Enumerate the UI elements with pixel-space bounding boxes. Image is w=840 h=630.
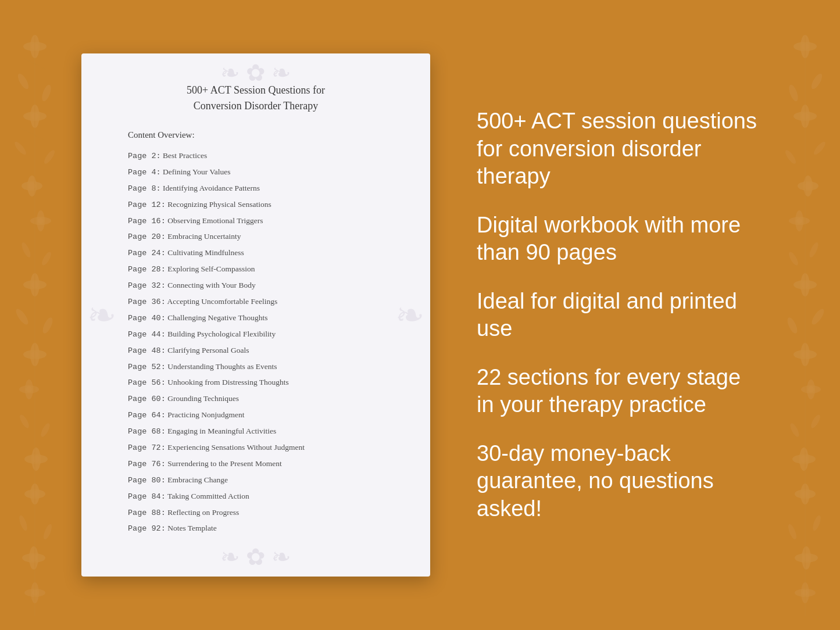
svg-point-52 bbox=[787, 84, 800, 102]
doc-decoration-side-left: ❧ bbox=[87, 295, 116, 336]
document-card: ❧ ✿ ❧ ❧ ✿ ❧ ❧ ❧ 500+ ACT Session Questio… bbox=[81, 53, 430, 577]
table-of-contents: Page 2: Best PracticesPage 4: Defining Y… bbox=[116, 148, 395, 537]
toc-item: Page 20: Embracing Uncertainty bbox=[116, 229, 395, 245]
svg-point-64 bbox=[808, 241, 820, 259]
toc-item: Page 4: Defining Your Values bbox=[116, 164, 395, 181]
svg-point-69 bbox=[810, 307, 826, 326]
toc-item: Page 72: Experiencing Sensations Without… bbox=[116, 440, 395, 456]
svg-line-47 bbox=[20, 128, 44, 139]
toc-item: Page 2: Best Practices bbox=[116, 148, 395, 164]
feature-item: 30-day money-back guarantee, no question… bbox=[477, 440, 759, 523]
svg-point-22 bbox=[41, 316, 55, 335]
toc-item: Page 88: Reflecting on Progress bbox=[116, 505, 395, 521]
svg-point-81 bbox=[800, 456, 807, 463]
svg-point-56 bbox=[812, 140, 827, 156]
svg-point-17 bbox=[40, 250, 53, 267]
toc-item: Page 64: Practicing Nonjudgment bbox=[116, 407, 395, 424]
svg-point-41 bbox=[30, 554, 37, 561]
svg-point-63 bbox=[796, 218, 802, 224]
svg-point-21 bbox=[14, 307, 30, 326]
svg-point-76 bbox=[808, 386, 814, 392]
feature-item: 500+ ACT session questions for conversio… bbox=[477, 108, 759, 191]
toc-item: Page 52: Understanding Thoughts as Event… bbox=[116, 359, 395, 375]
svg-point-33 bbox=[33, 456, 40, 463]
doc-decoration-side-right: ❧ bbox=[395, 295, 424, 336]
svg-point-85 bbox=[812, 514, 823, 532]
svg-point-29 bbox=[18, 413, 31, 429]
feature-item: 22 sections for every stage in your ther… bbox=[477, 364, 759, 419]
toc-item: Page 48: Clarifying Personal Goals bbox=[116, 343, 395, 359]
svg-point-15 bbox=[38, 218, 44, 224]
svg-point-16 bbox=[20, 241, 33, 259]
toc-item: Page 40: Challenging Negative Thoughts bbox=[116, 310, 395, 327]
svg-point-30 bbox=[39, 422, 51, 438]
floral-right-decoration bbox=[770, 0, 840, 630]
svg-point-89 bbox=[803, 554, 810, 561]
toc-item: Page 44: Building Psychological Flexibil… bbox=[116, 327, 395, 343]
toc-item: Page 76: Surrendering to the Present Mom… bbox=[116, 456, 395, 472]
content-overview-label: Content Overview: bbox=[128, 130, 395, 140]
toc-item: Page 32: Connecting with Your Body bbox=[116, 278, 395, 294]
floral-left-decoration bbox=[0, 0, 70, 630]
svg-point-70 bbox=[785, 316, 799, 335]
toc-item: Page 24: Cultivating Mindfulness bbox=[116, 245, 395, 262]
toc-item: Page 84: Taking Committed Action bbox=[116, 489, 395, 505]
toc-item: Page 16: Observing Emotional Triggers bbox=[116, 213, 395, 230]
doc-decoration-bottom: ❧ ✿ ❧ bbox=[169, 543, 343, 571]
svg-point-3 bbox=[16, 72, 30, 91]
svg-point-60 bbox=[805, 182, 812, 189]
svg-point-37 bbox=[18, 514, 29, 532]
feature-item: Digital workbook with more than 90 pages bbox=[477, 212, 759, 267]
svg-point-12 bbox=[28, 182, 35, 189]
toc-item: Page 12: Recognizing Physical Sensations bbox=[116, 197, 395, 213]
toc-item: Page 8: Identifying Avoidance Patterns bbox=[116, 181, 395, 197]
svg-point-77 bbox=[809, 413, 822, 429]
right-panel: 500+ ACT session questions for conversio… bbox=[465, 108, 759, 522]
svg-point-4 bbox=[40, 84, 53, 102]
svg-point-28 bbox=[26, 386, 32, 392]
toc-item: Page 60: Grounding Techniques bbox=[116, 391, 395, 407]
toc-item: Page 92: Notes Template bbox=[116, 521, 395, 537]
svg-point-8 bbox=[13, 140, 28, 156]
document-title: 500+ ACT Session Questions for Conversio… bbox=[116, 83, 395, 114]
svg-point-65 bbox=[787, 250, 800, 267]
feature-item: Ideal for digital and printed use bbox=[477, 288, 759, 343]
toc-item: Page 80: Embracing Change bbox=[116, 472, 395, 489]
svg-point-9 bbox=[42, 149, 56, 166]
svg-point-78 bbox=[788, 422, 800, 438]
toc-item: Page 56: Unhooking from Distressing Thou… bbox=[116, 375, 395, 391]
toc-item: Page 68: Engaging in Meaningful Activiti… bbox=[116, 424, 395, 440]
toc-item: Page 36: Accepting Uncomfortable Feeling… bbox=[116, 294, 395, 310]
main-container: ❧ ✿ ❧ ❧ ✿ ❧ ❧ ❧ 500+ ACT Session Questio… bbox=[0, 0, 840, 630]
svg-point-51 bbox=[809, 72, 824, 91]
svg-point-57 bbox=[784, 149, 798, 166]
svg-point-38 bbox=[42, 523, 53, 540]
toc-item: Page 28: Exploring Self-Compassion bbox=[116, 262, 395, 278]
svg-point-86 bbox=[787, 523, 798, 540]
